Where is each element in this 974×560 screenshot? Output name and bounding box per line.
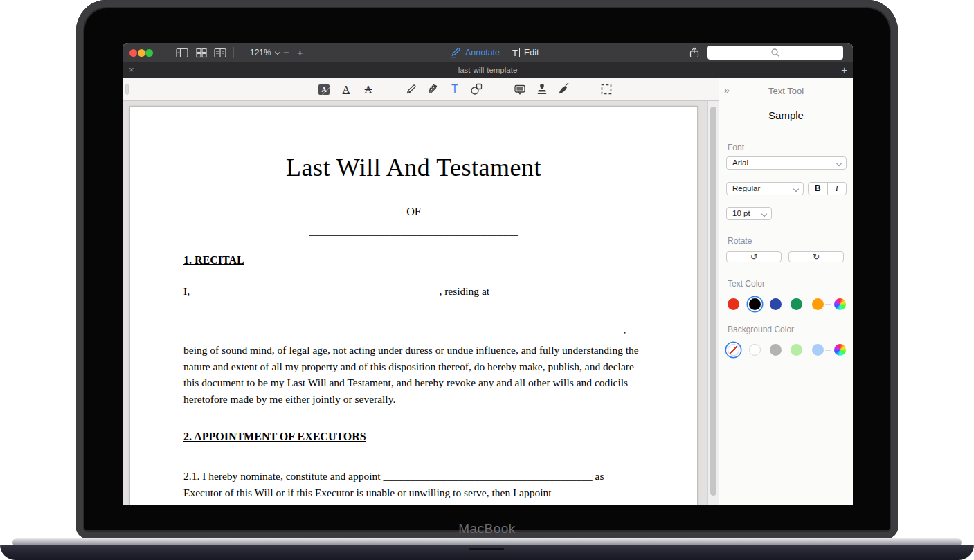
chevron-down-icon bbox=[274, 49, 280, 55]
highlight-text-icon[interactable]: A bbox=[317, 82, 331, 96]
toolbar-divider bbox=[233, 47, 234, 58]
text-color-swatch-black[interactable] bbox=[749, 298, 761, 310]
sidebar-panel-icon[interactable] bbox=[175, 48, 189, 58]
background-color-swatch-green[interactable] bbox=[791, 344, 802, 356]
macbook-screen: 121% − + Annotate T Edit bbox=[76, 0, 898, 539]
document-title: Last Will And Testament bbox=[183, 153, 644, 182]
tab-bar: × last-will-template + bbox=[123, 62, 853, 78]
facing-pages-view-icon[interactable] bbox=[213, 48, 227, 58]
rotate-ccw-icon: ↺ bbox=[750, 252, 757, 262]
shapes-icon[interactable] bbox=[469, 82, 483, 96]
recital-body: being of sound mind, of legal age, not a… bbox=[183, 342, 644, 407]
font-family-select[interactable]: Arial bbox=[726, 156, 847, 170]
search-input[interactable] bbox=[707, 46, 843, 60]
marker-icon[interactable] bbox=[426, 82, 440, 96]
background-color-custom-wheel[interactable] bbox=[834, 344, 846, 356]
font-section-label: Font bbox=[728, 143, 744, 152]
text-color-swatch-red[interactable] bbox=[728, 298, 739, 310]
underline-text-icon[interactable]: A bbox=[339, 82, 353, 96]
window-titlebar: 121% − + Annotate T Edit bbox=[123, 43, 853, 62]
text-color-swatch-blue[interactable] bbox=[770, 298, 782, 310]
text-cursor-icon: T bbox=[512, 48, 520, 57]
app-window: 121% − + Annotate T Edit bbox=[123, 43, 853, 505]
section-recital-heading: 1. RECITAL bbox=[183, 254, 644, 267]
fullscreen-window-button[interactable] bbox=[145, 49, 153, 57]
font-sample-preview: Sample bbox=[719, 109, 853, 121]
text-tool-sidebar: » Text Tool Sample Font Arial Regular B … bbox=[719, 78, 853, 505]
rotate-ccw-button[interactable]: ↺ bbox=[726, 251, 782, 262]
font-size-select[interactable]: 10 pt bbox=[726, 207, 772, 220]
document-area[interactable]: Last Will And Testament OF _____________… bbox=[123, 101, 707, 505]
chevron-down-icon bbox=[793, 186, 799, 192]
annotation-toolbar: A A A T bbox=[123, 78, 719, 101]
stamp-icon[interactable] bbox=[535, 82, 549, 96]
executors-body: 2.1. I hereby nominate, constitute and a… bbox=[183, 468, 644, 500]
chevron-down-icon bbox=[761, 211, 767, 217]
text-tool-icon[interactable]: T bbox=[448, 82, 462, 96]
zoom-in-button[interactable]: + bbox=[297, 43, 303, 62]
signature-pen-icon[interactable] bbox=[557, 82, 570, 96]
macbook-mockup: 121% − + Annotate T Edit bbox=[0, 0, 974, 560]
close-window-button[interactable] bbox=[129, 49, 137, 57]
bold-italic-group: B I bbox=[808, 182, 847, 195]
toolbar-drag-handle[interactable] bbox=[125, 84, 129, 95]
select-area-icon[interactable] bbox=[599, 82, 613, 96]
italic-button[interactable]: I bbox=[828, 183, 847, 195]
background-color-label: Background Color bbox=[728, 325, 794, 334]
document-of-label: OF bbox=[183, 206, 644, 218]
recital-intro-line: I, _____________________________________… bbox=[183, 285, 644, 298]
zoom-level-dropdown[interactable]: 121% bbox=[250, 43, 280, 62]
macbook-lid-notch bbox=[469, 548, 504, 550]
section-executors-heading: 2. APPOINTMENT OF EXECUTORS bbox=[183, 431, 644, 443]
text-color-swatch-green[interactable] bbox=[791, 298, 802, 310]
background-color-swatch-white[interactable] bbox=[749, 344, 761, 356]
document-tab-title: last-will-template bbox=[123, 62, 853, 78]
device-label: MacBook bbox=[76, 521, 898, 536]
background-color-swatch-gray[interactable] bbox=[770, 344, 782, 356]
note-comment-icon[interactable] bbox=[513, 82, 527, 96]
rotate-cw-button[interactable]: ↻ bbox=[788, 251, 844, 262]
new-tab-button[interactable]: + bbox=[841, 62, 847, 78]
strikethrough-text-icon[interactable]: A bbox=[361, 82, 375, 96]
text-color-label: Text Color bbox=[728, 279, 765, 289]
annotate-pen-icon bbox=[450, 47, 461, 58]
testator-name-blank: _______________________________________ bbox=[183, 225, 644, 237]
address-blank-line: ________________________________________… bbox=[183, 305, 644, 318]
text-color-custom-wheel[interactable] bbox=[834, 298, 846, 310]
thumbnails-view-icon[interactable] bbox=[195, 48, 208, 58]
rotate-cw-icon: ↻ bbox=[813, 252, 820, 262]
bold-button[interactable]: B bbox=[809, 183, 828, 195]
minimize-window-button[interactable] bbox=[138, 49, 145, 57]
address-blank-line: ________________________________________… bbox=[183, 323, 644, 336]
edit-mode-tab[interactable]: T Edit bbox=[512, 43, 539, 62]
rotate-section-label: Rotate bbox=[728, 236, 752, 246]
scrollbar-thumb[interactable] bbox=[710, 107, 716, 496]
pencil-icon[interactable] bbox=[404, 82, 418, 96]
annotate-mode-tab[interactable]: Annotate bbox=[450, 43, 500, 62]
chevron-down-icon bbox=[836, 161, 842, 166]
text-color-swatch-orange[interactable] bbox=[812, 298, 824, 310]
share-icon[interactable] bbox=[688, 46, 701, 59]
swatch-divider bbox=[825, 304, 831, 305]
background-color-swatch-blue[interactable] bbox=[812, 344, 824, 356]
font-style-select[interactable]: Regular bbox=[726, 182, 804, 195]
sidebar-title: Text Tool bbox=[719, 86, 853, 96]
pdf-page: Last Will And Testament OF _____________… bbox=[129, 106, 698, 505]
swatch-divider bbox=[825, 350, 831, 351]
zoom-out-button[interactable]: − bbox=[283, 43, 289, 62]
background-color-swatch-none[interactable] bbox=[728, 344, 739, 356]
vertical-scrollbar[interactable] bbox=[707, 101, 719, 505]
